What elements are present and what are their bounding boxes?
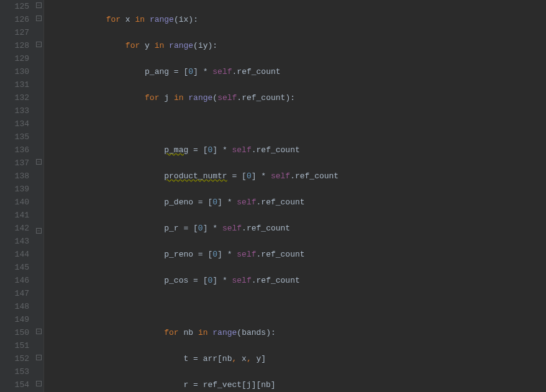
code-line[interactable] <box>48 300 546 313</box>
code-line[interactable]: for j in range(self.ref_count): <box>48 91 546 104</box>
line-number: 125 <box>0 0 29 13</box>
line-number: 136 <box>0 144 29 157</box>
fold-toggle-icon[interactable]: − <box>36 381 42 386</box>
code-line[interactable]: p_deno = [0] * self.ref_count <box>48 196 546 209</box>
line-number: 137 <box>0 157 29 170</box>
code-line[interactable] <box>48 117 546 130</box>
line-number: 147 <box>0 287 29 300</box>
code-line[interactable]: p_r = [0] * self.ref_count <box>48 222 546 235</box>
line-number: 152 <box>0 352 29 365</box>
code-line[interactable]: r = ref_vect[j][nb] <box>48 378 546 391</box>
line-number: 142 <box>0 222 29 235</box>
line-number: 134 <box>0 117 29 130</box>
line-number: 149 <box>0 313 29 326</box>
line-number: 154 <box>0 378 29 391</box>
code-line[interactable]: product_numtr = [0] * self.ref_count <box>48 170 546 183</box>
code-line[interactable]: for x in range(ix): <box>48 13 546 26</box>
fold-toggle-icon[interactable]: − <box>36 329 42 334</box>
line-number-gutter: 125 126 127 128 129 130 131 132 133 134 … <box>0 0 34 392</box>
fold-toggle-icon[interactable]: − <box>36 159 42 165</box>
code-line[interactable]: p_cos = [0] * self.ref_count <box>48 274 546 287</box>
line-number: 129 <box>0 52 29 65</box>
line-number: 131 <box>0 78 29 91</box>
code-line[interactable]: for nb in range(bands): <box>48 326 546 339</box>
fold-toggle-icon[interactable]: − <box>36 42 42 47</box>
line-number: 130 <box>0 65 29 78</box>
line-number: 132 <box>0 91 29 104</box>
line-number: 144 <box>0 248 29 261</box>
line-number: 153 <box>0 365 29 378</box>
line-number: 127 <box>0 26 29 39</box>
line-number: 126 <box>0 13 29 26</box>
code-line[interactable]: p_mag = [0] * self.ref_count <box>48 144 546 157</box>
line-number: 143 <box>0 235 29 248</box>
fold-column: − − − − − − − − <box>34 0 44 392</box>
code-line[interactable]: for y in range(iy): <box>48 39 546 52</box>
fold-toggle-icon[interactable]: − <box>36 2 42 8</box>
line-number: 139 <box>0 183 29 196</box>
line-number: 145 <box>0 261 29 274</box>
line-number: 128 <box>0 39 29 52</box>
fold-toggle-icon[interactable]: − <box>36 228 42 234</box>
line-number: 146 <box>0 274 29 287</box>
code-line[interactable]: p_ang = [0] * self.ref_count <box>48 65 546 78</box>
line-number: 150 <box>0 326 29 339</box>
code-line[interactable]: p_reno = [0] * self.ref_count <box>48 248 546 261</box>
code-editor[interactable]: for x in range(ix): for y in range(iy): … <box>44 0 546 392</box>
line-number: 151 <box>0 339 29 352</box>
line-number: 148 <box>0 300 29 313</box>
line-number: 135 <box>0 130 29 144</box>
code-line[interactable]: t = arr[nb, x, y] <box>48 352 546 365</box>
line-number: 138 <box>0 170 29 183</box>
line-number: 133 <box>0 104 29 117</box>
fold-toggle-icon[interactable]: − <box>36 355 42 360</box>
line-number: 140 <box>0 196 29 209</box>
line-number: 141 <box>0 209 29 222</box>
fold-toggle-icon[interactable]: − <box>36 16 42 21</box>
